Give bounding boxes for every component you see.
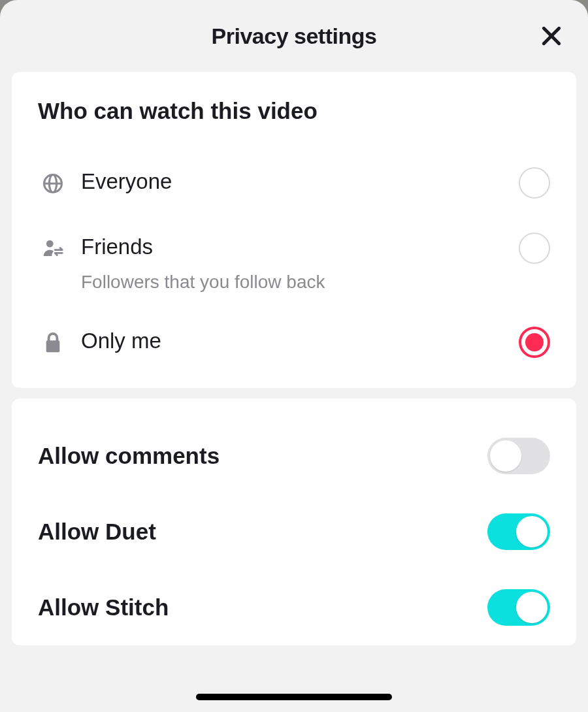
option-subtitle: Followers that you follow back [81, 272, 519, 293]
option-label: Everyone [81, 169, 519, 195]
sheet-header: Privacy settings [0, 0, 588, 72]
visibility-option-friends[interactable]: Friends Followers that you follow back [38, 222, 550, 304]
radio-control[interactable] [519, 233, 550, 264]
interactions-card: Allow comments Allow Duet Allow Stitch [12, 398, 576, 645]
toggle-allow-duet[interactable] [487, 513, 550, 550]
option-label: Friends [81, 234, 519, 260]
toggle-row-duet: Allow Duet [38, 494, 550, 570]
option-label: Only me [81, 328, 519, 354]
radio-control[interactable] [519, 327, 550, 358]
toggle-label: Allow Duet [38, 519, 156, 545]
toggle-label: Allow Stitch [38, 594, 169, 621]
toggle-allow-comments[interactable] [487, 438, 550, 474]
globe-icon [38, 169, 68, 199]
close-button[interactable] [533, 18, 570, 54]
toggle-label: Allow comments [38, 443, 220, 469]
sheet-title: Privacy settings [212, 24, 377, 49]
lock-icon [38, 328, 68, 358]
visibility-option-only-me[interactable]: Only me [38, 316, 550, 370]
toggle-allow-stitch[interactable] [487, 589, 550, 626]
visibility-section-title: Who can watch this video [38, 98, 550, 124]
privacy-settings-sheet: Privacy settings Who can watch this vide… [0, 0, 588, 712]
visibility-card: Who can watch this video Everyone [12, 72, 576, 388]
friends-icon [38, 234, 68, 264]
toggle-row-comments: Allow comments [38, 418, 550, 494]
home-indicator[interactable] [196, 694, 392, 700]
toggle-row-stitch: Allow Stitch [38, 570, 550, 645]
radio-control[interactable] [519, 167, 550, 199]
close-icon [538, 23, 564, 49]
visibility-option-everyone[interactable]: Everyone [38, 157, 550, 210]
svg-point-2 [46, 240, 54, 248]
svg-rect-3 [46, 340, 60, 352]
